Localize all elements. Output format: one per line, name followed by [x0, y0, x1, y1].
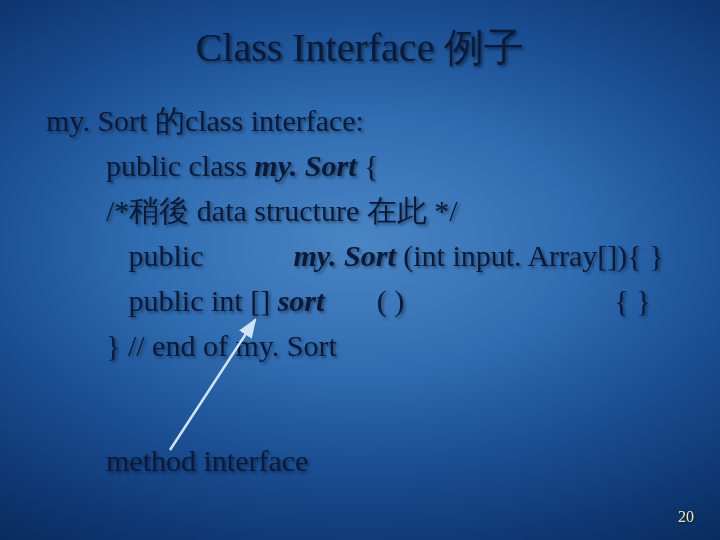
code-l1-pre: public class — [106, 149, 254, 182]
code-line-2: /*稍後 data structure 在此 */ — [46, 188, 700, 233]
code-l4-em: sort — [278, 284, 325, 317]
code-line-5: } // end of my. Sort — [46, 323, 700, 368]
code-l1-em: my. Sort — [254, 149, 356, 182]
code-l1-post: { — [357, 149, 379, 182]
code-l3-post: (int input. Array[]){ } — [396, 239, 664, 272]
intro-line: my. Sort 的class interface: — [46, 98, 700, 143]
method-interface-label: method interface — [106, 444, 308, 478]
code-line-4: public int [] sort ( ) { } — [46, 278, 700, 323]
arrow-icon — [150, 310, 280, 460]
slide-body: my. Sort 的class interface: public class … — [46, 98, 700, 368]
code-line-3: public my. Sort (int input. Array[]){ } — [46, 233, 700, 278]
code-l3-em: my. Sort — [294, 239, 396, 272]
code-l4-post: ( ) { } — [324, 284, 650, 317]
code-l3-pre: public — [106, 239, 294, 272]
page-number: 20 — [678, 508, 694, 526]
slide: Class Interface 例子 my. Sort 的class inter… — [0, 0, 720, 540]
svg-line-1 — [170, 320, 255, 450]
slide-title: Class Interface 例子 — [0, 20, 720, 75]
code-line-1: public class my. Sort { — [46, 143, 700, 188]
